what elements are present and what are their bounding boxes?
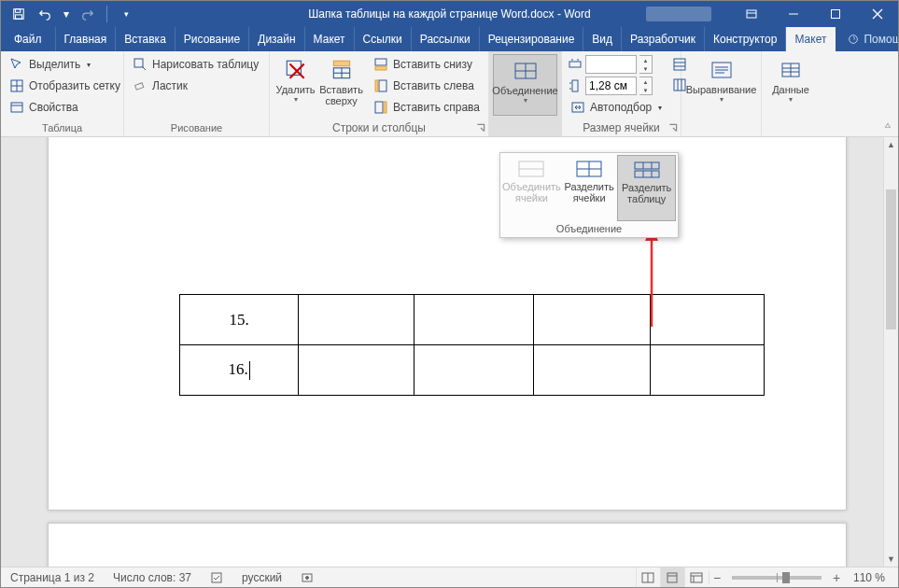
group-label-cellsize: Размер ячейки: [562, 121, 681, 136]
document-area[interactable]: 15. 16. 17. 18.: [1, 137, 883, 567]
ribbon-tabs: Файл Главная Вставка Рисование Дизайн Ма…: [1, 27, 898, 51]
col-width-input[interactable]: 1,28 см ▲▼: [566, 76, 667, 96]
svg-rect-27: [333, 61, 349, 65]
svg-rect-60: [635, 171, 659, 177]
tell-me-label: Помощ: [864, 33, 899, 46]
tab-layout[interactable]: Макет: [305, 27, 355, 51]
svg-rect-72: [667, 573, 677, 582]
group-label-merge: [489, 121, 561, 136]
delete-button[interactable]: Удалить▾: [274, 54, 317, 116]
data-button[interactable]: Данные▾: [766, 54, 815, 116]
word-count[interactable]: Число слов: 37: [104, 567, 201, 587]
insert-left-button[interactable]: Вставить слева: [369, 76, 485, 96]
save-button[interactable]: [8, 4, 29, 24]
account-area: [646, 1, 711, 27]
tab-file[interactable]: Файл: [1, 27, 56, 51]
svg-rect-3: [747, 10, 756, 18]
svg-point-8: [850, 35, 858, 44]
tab-draw[interactable]: Рисование: [176, 27, 249, 51]
table-cell: 15.: [180, 295, 299, 345]
group-label-drawing: Рисование: [124, 121, 269, 136]
tell-me[interactable]: Помощ: [837, 27, 899, 51]
tab-table-layout[interactable]: Макет: [786, 27, 836, 51]
maximize-button[interactable]: [814, 1, 856, 27]
table-row: 15.: [180, 295, 765, 345]
svg-rect-33: [384, 102, 386, 113]
zoom-in-button[interactable]: +: [829, 570, 844, 585]
merge-dropdown-panel: Объединить ячейки Разделить ячейки Разде…: [499, 152, 679, 238]
select-button[interactable]: Выделить▾: [5, 54, 125, 75]
autofit-button[interactable]: Автоподбор▾: [566, 97, 667, 118]
dropdown-footer: Объединение: [500, 223, 678, 237]
svg-rect-1: [16, 9, 21, 13]
scroll-up-button[interactable]: ▲: [884, 137, 898, 152]
split-table-item[interactable]: Разделить таблицу: [617, 155, 676, 221]
table-row: 16.: [180, 345, 765, 396]
insert-right-button[interactable]: Вставить справа: [369, 97, 485, 118]
redo-button[interactable]: [77, 4, 98, 24]
scroll-down-button[interactable]: ▼: [884, 552, 898, 567]
macro-button[interactable]: [291, 567, 323, 587]
tab-review[interactable]: Рецензирование: [480, 27, 584, 51]
window-controls: [730, 1, 898, 27]
web-layout-button[interactable]: [684, 567, 709, 587]
svg-rect-74: [691, 573, 702, 582]
view-gridlines-button[interactable]: Отобразить сетку: [5, 76, 125, 96]
svg-rect-38: [572, 80, 578, 91]
eraser-button[interactable]: Ластик: [128, 76, 263, 96]
merge-cells-item: Объединить ячейки: [502, 155, 561, 221]
dialog-launcher-icon[interactable]: [667, 122, 679, 133]
tab-developer[interactable]: Разработчик: [622, 27, 705, 51]
qat-customize[interactable]: ▾: [116, 4, 136, 24]
tab-design[interactable]: Дизайн: [249, 27, 304, 51]
zoom-level[interactable]: 110 %: [844, 567, 898, 587]
svg-rect-28: [375, 59, 386, 65]
table-1[interactable]: 15. 16.: [179, 294, 765, 396]
ribbon-display-button[interactable]: [730, 1, 772, 27]
merge-split-button[interactable]: Объединение▾: [493, 54, 557, 116]
page-indicator[interactable]: Страница 1 из 2: [1, 567, 104, 587]
split-cells-item[interactable]: Разделить ячейки: [561, 155, 618, 221]
annotation-arrow-icon: [641, 226, 662, 329]
table-cell: 16.: [180, 345, 299, 396]
zoom-out-button[interactable]: −: [709, 570, 724, 585]
tab-home[interactable]: Главная: [56, 27, 117, 51]
insert-above-button[interactable]: Вставить сверху: [317, 54, 365, 116]
scroll-thumb[interactable]: [886, 189, 896, 329]
language-button[interactable]: русский: [232, 567, 291, 587]
title-bar: ▾ ▾ Шапка таблицы на каждой странице Wor…: [1, 1, 898, 27]
group-label-align: [681, 121, 761, 136]
tab-view[interactable]: Вид: [583, 27, 622, 51]
svg-rect-2: [16, 15, 22, 19]
undo-dropdown[interactable]: ▾: [61, 4, 72, 24]
print-layout-button[interactable]: [660, 567, 684, 587]
row-height-input[interactable]: ▲▼: [566, 54, 667, 75]
spellcheck-button[interactable]: [201, 567, 232, 587]
tab-references[interactable]: Ссылки: [355, 27, 412, 51]
alignment-button[interactable]: Выравнивание▾: [685, 54, 757, 116]
properties-button[interactable]: Свойства: [5, 97, 125, 118]
close-button[interactable]: [856, 1, 898, 27]
read-mode-button[interactable]: [636, 567, 660, 587]
collapse-ribbon-button[interactable]: ㅿ: [883, 119, 892, 133]
draw-table-button[interactable]: Нарисовать таблицу: [128, 54, 263, 75]
svg-rect-19: [134, 59, 143, 67]
scroll-track[interactable]: [884, 152, 898, 552]
svg-rect-31: [375, 80, 378, 91]
tab-insert[interactable]: Вставка: [116, 27, 176, 51]
insert-below-button[interactable]: Вставить снизу: [369, 54, 485, 75]
svg-rect-20: [135, 83, 144, 90]
vertical-scrollbar[interactable]: ▲ ▼: [883, 137, 898, 567]
group-label-table: Таблица: [1, 121, 123, 136]
undo-button[interactable]: [35, 4, 55, 24]
svg-rect-29: [375, 66, 386, 70]
svg-rect-30: [379, 80, 386, 91]
dialog-launcher-icon[interactable]: [475, 122, 486, 133]
zoom-slider[interactable]: [732, 576, 822, 580]
tab-table-design[interactable]: Конструктор: [705, 27, 786, 51]
svg-rect-5: [831, 10, 839, 19]
page-2: 17. 18.: [48, 523, 847, 567]
minimize-button[interactable]: [772, 1, 814, 27]
tab-mailings[interactable]: Рассылки: [412, 27, 480, 51]
svg-point-69: [306, 576, 309, 579]
